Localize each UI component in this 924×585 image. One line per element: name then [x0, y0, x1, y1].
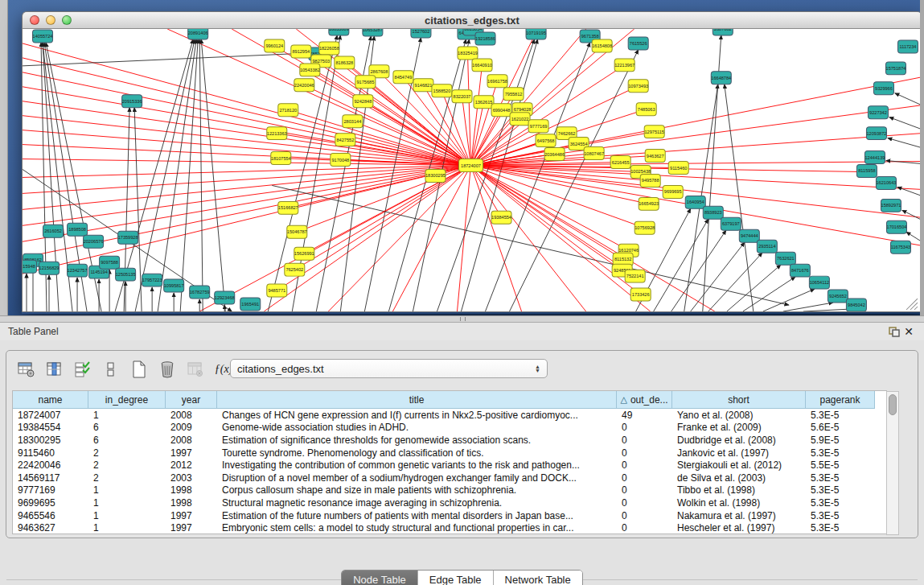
graph-node[interactable]: 15046787 [287, 225, 307, 238]
graph-node[interactable]: 16961758 [487, 75, 507, 88]
graph-node[interactable]: 12505135 [116, 268, 136, 281]
graph-node[interactable]: 2616052 [43, 225, 64, 237]
graph-node[interactable]: 10807467 [584, 147, 604, 160]
graph-node[interactable]: 9699695 [663, 185, 683, 198]
graph-node[interactable]: 1621022 [510, 113, 530, 126]
import-table-icon[interactable] [186, 360, 205, 379]
left-collapsed-panel[interactable] [0, 0, 8, 320]
graph-node[interactable]: 9463627 [645, 150, 665, 163]
graph-node[interactable]: 19218586 [475, 32, 495, 45]
column-visibility-icon[interactable] [45, 360, 64, 379]
graph-node[interactable]: 9845042 [846, 299, 866, 311]
column-header-out-de-[interactable]: △out_de... [617, 391, 672, 409]
float-panel-icon[interactable] [887, 325, 901, 338]
row-height-icon[interactable] [101, 360, 121, 379]
table-row[interactable]: 1456911722003Disruption of a novel membe… [13, 472, 886, 484]
network-view-window[interactable]: citations_edges.txt 1405572420 [22, 11, 922, 314]
graph-node[interactable]: 18107554 [271, 152, 291, 165]
graph-node[interactable]: 18724007 [458, 159, 483, 172]
graph-node[interactable]: 9146821 [413, 79, 433, 92]
table-row[interactable]: 946554611997Estimation of the future num… [13, 509, 886, 522]
table-row[interactable]: 1830029562008Estimation of significance … [13, 434, 886, 447]
graph-node[interactable]: 1588520 [432, 84, 452, 97]
right-collapsed-panel[interactable] [920, 0, 924, 320]
graph-node[interactable]: 15626991 [294, 247, 314, 260]
table-row[interactable]: 1872400712008Changes of HCN gene express… [13, 409, 886, 422]
graph-node[interactable]: 2718120 [278, 104, 298, 117]
network-canvas[interactable]: 1405572420891406160338097857224106532871… [22, 29, 922, 312]
graph-node[interactable]: 2687682 [713, 29, 733, 35]
tab-network-table[interactable]: Network Table [494, 571, 582, 585]
graph-node[interactable]: 2935114 [757, 240, 777, 253]
graph-node[interactable]: 9242848 [353, 95, 373, 108]
graph-node[interactable]: 1965491 [240, 298, 261, 311]
graph-node[interactable]: 8912954 [291, 45, 311, 58]
graph-node[interactable]: 7625402 [285, 263, 305, 276]
graph-node[interactable]: 8938923 [703, 206, 723, 219]
column-header-title[interactable]: title [217, 391, 617, 409]
graph-node[interactable]: 16640910 [472, 59, 492, 72]
graph-node[interactable]: 8471676 [790, 264, 810, 277]
graph-node[interactable]: 20206576 [84, 235, 104, 248]
graph-node[interactable]: 10756928 [634, 221, 655, 234]
graph-node[interactable]: 7632621 [775, 252, 795, 265]
graph-node[interactable]: 1117234 [897, 40, 918, 53]
graph-node[interactable]: 3315948 [23, 260, 37, 273]
citation-network-graph[interactable]: 1405572420891406160338097857224106532871… [23, 29, 922, 311]
graph-node[interactable]: 12213967 [614, 59, 634, 72]
graph-node[interactable]: 16154808 [592, 39, 612, 52]
graph-node[interactable]: 8186328 [335, 56, 355, 69]
graph-node[interactable]: 6990448 [491, 104, 511, 117]
table-vertical-scrollbar[interactable] [886, 391, 899, 535]
graph-node[interactable]: 1733426 [630, 288, 651, 301]
column-header-short[interactable]: short [672, 391, 806, 409]
graph-node[interactable]: 18226058 [319, 42, 339, 55]
graph-node[interactable]: 7955812 [503, 88, 524, 101]
graph-node[interactable]: 16033809 [329, 29, 349, 35]
graph-node[interactable]: 8322037 [452, 90, 472, 103]
graph-node[interactable]: 9115460 [668, 162, 688, 175]
table-settings-icon[interactable] [17, 360, 36, 379]
close-panel-icon[interactable]: ✕ [901, 325, 916, 338]
column-header-name[interactable]: name [13, 391, 88, 409]
graph-node[interactable]: 6497568 [536, 134, 556, 147]
graph-node[interactable]: 16782759 [190, 286, 210, 299]
graph-node[interactable]: 1527602 [411, 29, 431, 38]
graph-node[interactable]: 1898508 [68, 223, 88, 236]
graph-node[interactable]: 8427552 [335, 134, 355, 146]
graph-node[interactable]: 9227342 [868, 106, 888, 119]
select-all-rows-icon[interactable] [73, 360, 92, 379]
column-header-in-degree[interactable]: in_degree [88, 391, 166, 409]
graph-node[interactable]: 12213363 [267, 127, 287, 140]
graph-node[interactable]: 15166827 [278, 201, 298, 214]
horizontal-splitter[interactable] [0, 315, 924, 322]
graph-node[interactable]: 7615526 [628, 37, 648, 50]
graph-node[interactable]: 9485771 [267, 284, 287, 297]
graph-node[interactable]: 18300295 [425, 170, 446, 183]
graph-node[interactable]: 10995817 [164, 279, 184, 292]
graph-node[interactable]: 16654923 [639, 197, 659, 210]
graph-node[interactable]: 10543382 [300, 64, 320, 76]
graph-node[interactable]: 9170048 [331, 154, 351, 167]
graph-node[interactable]: 14055724 [33, 30, 53, 43]
graph-node[interactable]: 10973493 [628, 80, 648, 93]
graph-node[interactable]: 10653287 [363, 29, 383, 36]
graph-node[interactable]: 17957223 [142, 274, 162, 286]
graph-node[interactable]: 15751874 [885, 62, 906, 75]
minimize-window-icon[interactable] [46, 15, 55, 25]
table-selector-dropdown[interactable]: citations_edges.txt ▲▼ [230, 359, 548, 378]
graph-node[interactable]: 20915336 [122, 95, 142, 108]
column-header-pagerank[interactable]: pagerank [806, 391, 875, 409]
graph-node[interactable]: 9960124 [265, 39, 285, 52]
graph-node[interactable]: 1640954 [685, 196, 705, 208]
graph-node[interactable]: 12444139 [864, 151, 885, 164]
graph-node[interactable]: 15892971 [881, 199, 901, 212]
zoom-window-icon[interactable] [62, 15, 72, 25]
table-row[interactable]: 911546021997Tourette syndrome. Phenomeno… [13, 447, 886, 459]
graph-node[interactable]: 7522141 [625, 270, 645, 282]
column-header-year[interactable]: year [166, 391, 217, 409]
graph-node[interactable]: 22420046 [294, 79, 314, 92]
graph-node[interactable]: 12923468 [215, 291, 235, 304]
graph-node[interactable]: 8454749 [393, 71, 413, 84]
graph-node[interactable]: 17359928 [118, 231, 138, 244]
